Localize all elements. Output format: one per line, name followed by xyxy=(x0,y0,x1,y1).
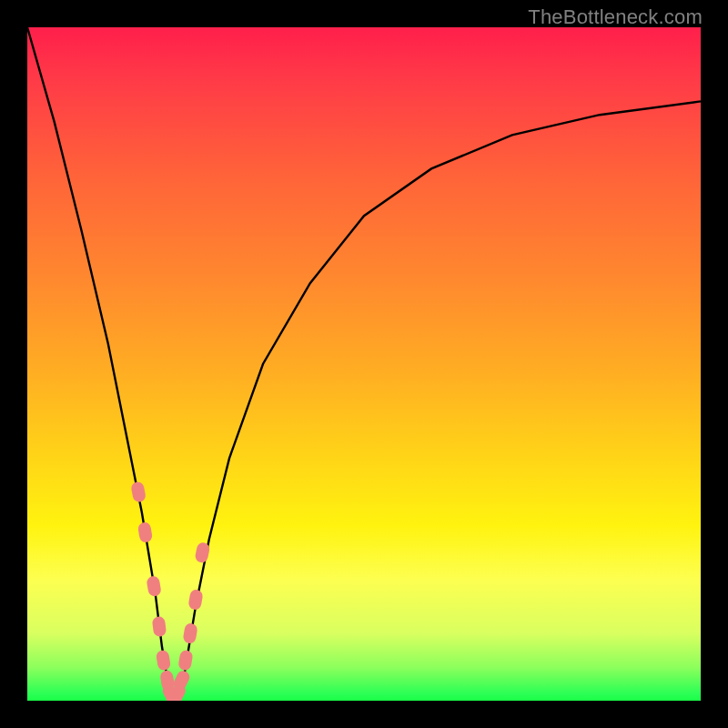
marker-capsule xyxy=(137,521,153,543)
watermark-text: TheBottleneck.com xyxy=(528,5,703,29)
marker-capsule xyxy=(152,616,167,638)
marker-capsule xyxy=(130,480,147,502)
marker-capsule xyxy=(156,650,171,672)
marker-capsule xyxy=(182,622,197,644)
marker-capsule xyxy=(187,589,203,611)
chart-frame: TheBottleneck.com xyxy=(0,0,728,728)
marker-capsule xyxy=(146,575,161,597)
marker-capsule xyxy=(177,650,193,672)
bottleneck-curve xyxy=(27,27,701,701)
bottleneck-curve-svg xyxy=(27,27,701,701)
plot-area xyxy=(27,27,701,701)
